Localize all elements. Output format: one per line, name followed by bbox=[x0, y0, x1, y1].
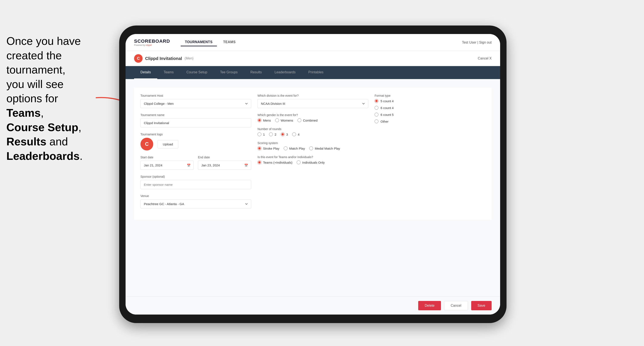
instruction-line4: you will see bbox=[6, 78, 64, 90]
division-group: Which division is the event for? NCAA Di… bbox=[258, 94, 368, 108]
scoring-group: Scoring system Stroke Play Match Play bbox=[258, 141, 368, 150]
start-date-wrapper: 📅 bbox=[140, 161, 194, 170]
calendar-icon-2: 📅 bbox=[244, 164, 248, 167]
logo-text: SCOREBOARD bbox=[134, 38, 170, 44]
tournament-host-select[interactable]: Clippd College - Men bbox=[140, 99, 251, 108]
format-6count4[interactable]: 6 count 4 bbox=[374, 106, 485, 110]
teams-group: Is this event for Teams and/or Individua… bbox=[258, 155, 368, 164]
scoring-label: Scoring system bbox=[258, 141, 368, 145]
format-other[interactable]: Other bbox=[374, 119, 485, 123]
scoring-match[interactable]: Match Play bbox=[284, 147, 305, 150]
dates-row: Start date 📅 End date 📅 bbox=[140, 156, 251, 175]
nav-tournaments[interactable]: TOURNAMENTS bbox=[181, 38, 217, 46]
save-button[interactable]: Save bbox=[471, 301, 492, 310]
rounds-2[interactable]: 2 bbox=[269, 132, 276, 136]
rounds-3[interactable]: 3 bbox=[281, 132, 288, 136]
tournament-name-input[interactable] bbox=[140, 118, 251, 128]
instruction-line3: tournament, bbox=[6, 64, 66, 76]
venue-select[interactable]: Peachtree GC - Atlanta - GA bbox=[140, 199, 251, 208]
end-date-group: End date 📅 bbox=[198, 156, 251, 170]
instruction-results: Results bbox=[6, 135, 46, 148]
teams-radio-group: Teams (+Individuals) Individuals Only bbox=[258, 161, 368, 164]
logo-preview: C bbox=[140, 138, 153, 151]
tournament-logo-group: Tournament logo C Upload bbox=[140, 133, 251, 151]
tab-printables[interactable]: Printables bbox=[302, 66, 330, 79]
teams-label: Is this event for Teams and/or Individua… bbox=[258, 155, 368, 159]
gender-womens[interactable]: Womens bbox=[275, 118, 293, 122]
teams-plus-individuals[interactable]: Teams (+Individuals) bbox=[258, 161, 292, 164]
main-content: Tournament Host Clippd College - Men Tou… bbox=[126, 79, 500, 297]
start-date-label: Start date bbox=[140, 156, 194, 159]
tournament-title: Clippd Invitational bbox=[145, 56, 182, 61]
top-nav: SCOREBOARD Powered by clippd TOURNAMENTS… bbox=[126, 34, 500, 51]
format-group: Format type 5 count 4 6 count 4 bbox=[374, 94, 485, 126]
format-6count5[interactable]: 6 count 5 bbox=[374, 113, 485, 117]
scoring-stroke[interactable]: Stroke Play bbox=[258, 147, 280, 150]
tab-bar: Details Teams Course Setup Tee Groups Re… bbox=[126, 66, 500, 79]
start-date-group: Start date 📅 bbox=[140, 156, 194, 170]
tournament-logo-label: Tournament logo bbox=[140, 133, 251, 136]
venue-group: Venue Peachtree GC - Atlanta - GA bbox=[140, 194, 251, 208]
tablet-screen: SCOREBOARD Powered by clippd TOURNAMENTS… bbox=[126, 34, 500, 315]
instruction-text: Once you have created the tournament, yo… bbox=[0, 30, 106, 168]
upload-button[interactable]: Upload bbox=[158, 140, 178, 148]
tournament-host-label: Tournament Host bbox=[140, 94, 251, 97]
rounds-label: Number of rounds bbox=[258, 127, 368, 131]
division-select[interactable]: NCAA Division III bbox=[258, 99, 368, 108]
instruction-bold1: Teams bbox=[6, 107, 41, 119]
tournament-subtitle: (Men) bbox=[184, 56, 194, 60]
calendar-icon: 📅 bbox=[187, 164, 190, 167]
individuals-only[interactable]: Individuals Only bbox=[297, 161, 325, 164]
instruction-line5: options for bbox=[6, 92, 58, 105]
sponsor-group: Sponsor (optional) bbox=[140, 175, 251, 189]
nav-links: TOURNAMENTS TEAMS bbox=[181, 38, 462, 46]
rounds-4[interactable]: 4 bbox=[292, 132, 300, 136]
instruction-line1: Once you have bbox=[6, 35, 81, 47]
breadcrumb-content: C Clippd Invitational (Men) bbox=[134, 54, 194, 63]
col-left: Tournament Host Clippd College - Men Tou… bbox=[140, 94, 251, 214]
tab-tee-groups[interactable]: Tee Groups bbox=[214, 66, 244, 79]
rounds-1[interactable]: 1 bbox=[258, 132, 265, 136]
format-radio-group: 5 count 4 6 count 4 6 count 5 bbox=[374, 99, 485, 123]
logo-upload-area: C Upload bbox=[140, 138, 251, 151]
tab-teams[interactable]: Teams bbox=[157, 66, 180, 79]
instruction-leaderboards: Leaderboards bbox=[6, 150, 80, 162]
col-middle: Which division is the event for? NCAA Di… bbox=[258, 94, 368, 214]
format-label: Format type bbox=[374, 94, 485, 97]
tournament-logo-icon: C bbox=[134, 54, 142, 63]
tournament-name-label: Tournament name bbox=[140, 113, 251, 117]
cancel-x-button[interactable]: Cancel X bbox=[478, 56, 492, 60]
venue-label: Venue bbox=[140, 194, 251, 198]
gender-radio-group: Mens Womens Combined bbox=[258, 118, 368, 122]
end-date-input[interactable] bbox=[198, 161, 251, 170]
tournament-host-group: Tournament Host Clippd College - Men bbox=[140, 94, 251, 108]
start-date-input[interactable] bbox=[140, 161, 194, 170]
gender-combined[interactable]: Combined bbox=[298, 118, 318, 122]
instruction-bold2: Course Setup bbox=[6, 121, 78, 134]
tab-leaderboards[interactable]: Leaderboards bbox=[268, 66, 302, 79]
tab-details[interactable]: Details bbox=[134, 66, 157, 79]
col-right: Format type 5 count 4 6 count 4 bbox=[374, 94, 485, 214]
user-area[interactable]: Test User | Sign out bbox=[462, 41, 492, 44]
logo-sub: Powered by clippd bbox=[134, 44, 170, 46]
form-grid: Tournament Host Clippd College - Men Tou… bbox=[140, 94, 485, 214]
breadcrumb-bar: C Clippd Invitational (Men) Cancel X bbox=[126, 51, 500, 66]
format-5count4[interactable]: 5 count 4 bbox=[374, 99, 485, 103]
tournament-name-group: Tournament name bbox=[140, 113, 251, 128]
nav-teams[interactable]: TEAMS bbox=[219, 38, 240, 46]
sponsor-input[interactable] bbox=[140, 180, 251, 189]
delete-button[interactable]: Delete bbox=[418, 301, 441, 310]
rounds-radio-group: 1 2 3 bbox=[258, 132, 368, 136]
tab-course-setup[interactable]: Course Setup bbox=[180, 66, 214, 79]
cancel-button[interactable]: Cancel bbox=[444, 301, 468, 310]
scoring-medal[interactable]: Medal Match Play bbox=[309, 147, 340, 150]
tablet-shell: SCOREBOARD Powered by clippd TOURNAMENTS… bbox=[119, 25, 506, 323]
scoring-radio-group: Stroke Play Match Play Medal Match Play bbox=[258, 147, 368, 150]
gender-mens[interactable]: Mens bbox=[258, 118, 271, 122]
gender-group: Which gender is the event for? Mens Wome… bbox=[258, 113, 368, 122]
tab-results[interactable]: Results bbox=[244, 66, 268, 79]
action-bar: Delete Cancel Save bbox=[126, 297, 500, 315]
instruction-line2: created the bbox=[6, 49, 62, 62]
gender-label: Which gender is the event for? bbox=[258, 113, 368, 117]
end-date-label: End date bbox=[198, 156, 251, 159]
